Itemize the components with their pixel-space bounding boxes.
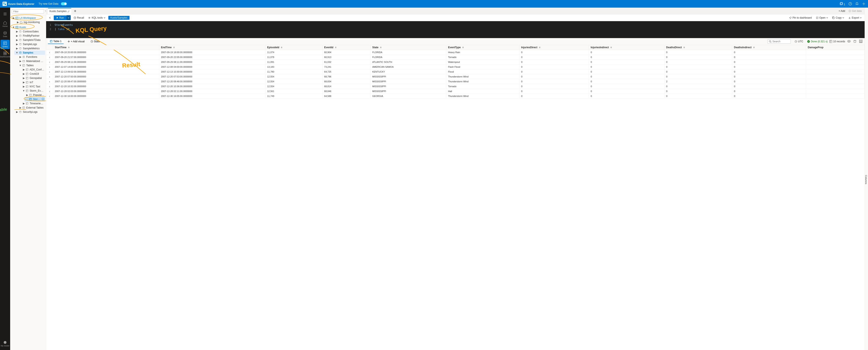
external-tables-item[interactable]: ▶ External Tables: [18, 105, 45, 110]
adx-conferences-item[interactable]: ▶ ADX_Conferences: [21, 67, 45, 72]
row-expand-button[interactable]: ›: [48, 75, 51, 78]
iot-item[interactable]: ▶ IoT: [21, 80, 45, 85]
covid19-item[interactable]: ▶ Covid19: [21, 72, 45, 76]
deathsindirect-header[interactable]: DeathsIndirect ≡: [732, 45, 806, 50]
population-data-item[interactable]: ▶ PopulationData: [25, 93, 45, 97]
table-tab[interactable]: Table 1: [48, 39, 64, 44]
stats-tab[interactable]: Stats: [88, 39, 102, 44]
kusto-samples-tab[interactable]: Kusto.Samples: [48, 8, 71, 14]
try-new-toggle[interactable]: [61, 2, 67, 5]
samplelogs-item[interactable]: ▶ SampleLogs: [14, 42, 45, 46]
tables-children: ▶ ADX_Conferences ▶: [21, 67, 45, 105]
sort-icon[interactable]: [45, 9, 46, 14]
tables-item[interactable]: ▼ Tables: [18, 63, 45, 67]
injuriesindirect-cell: 0: [589, 69, 664, 74]
la-workspace-item[interactable]: ▶ LA Workspace: [11, 16, 45, 20]
samples-item[interactable]: ▼ Samples: [14, 51, 45, 55]
utc-toggle[interactable]: UTC: [793, 39, 805, 44]
geospatial-item[interactable]: ▶ Geospatial: [21, 76, 45, 80]
recall-button[interactable]: Recall: [72, 15, 85, 20]
delete-button[interactable]: [853, 39, 857, 44]
sidebar-item-query[interactable]: Query: [0, 40, 10, 49]
row-expand-button[interactable]: ›: [48, 65, 51, 69]
run-button[interactable]: Run: [54, 15, 66, 20]
row-expand-button[interactable]: ›: [48, 56, 51, 59]
search-input[interactable]: [772, 40, 789, 43]
securitylogs-item[interactable]: ▶ SecurityLogs: [14, 110, 45, 114]
starttime-header[interactable]: StartTime ≡: [53, 45, 159, 50]
row-expand-button[interactable]: ›: [48, 80, 51, 83]
nyc-taxi-item[interactable]: ▶ NYC Taxi: [21, 85, 45, 89]
row-expand-button[interactable]: ›: [48, 51, 51, 54]
storm-events-parent-item[interactable]: ▼ Storm_Events: [21, 89, 45, 93]
row-expand-button[interactable]: ›: [48, 94, 51, 98]
export-button[interactable]: Export: [847, 15, 863, 20]
eventtype-header[interactable]: EventType ≡: [446, 45, 519, 50]
kql-tools-button[interactable]: KQL tools: [87, 15, 106, 20]
kusto-item[interactable]: ▼ Kusto: [11, 25, 45, 29]
damageprop-cell: [806, 89, 865, 94]
row-expand-button[interactable]: ›: [48, 60, 51, 64]
editor-line1: StormEvents: [55, 23, 863, 27]
sidebar-item-data[interactable]: Data: [0, 30, 10, 39]
eventtype-cell: Tornado: [446, 84, 519, 89]
endtime-cell: 2007-12-30 16:05:00.0000000: [159, 94, 265, 99]
row-expand-button[interactable]: ›: [48, 85, 51, 88]
add-button[interactable]: + Add: [837, 9, 846, 13]
add-tab-button[interactable]: [72, 8, 78, 14]
endtime-cell: 2007-12-20 07:53:00.0000000: [159, 74, 265, 79]
copy-button[interactable]: Copy: [831, 15, 845, 20]
sidebar-filter-input[interactable]: [12, 9, 44, 13]
open-button[interactable]: Open: [815, 15, 829, 20]
editor-code[interactable]: StormEvents | take 10: [53, 23, 865, 36]
chevron-down-icon: [104, 17, 105, 19]
injuriesdirect-cell: 0: [519, 65, 589, 69]
timeseries-ml-item[interactable]: ▶ Timeseries_and_ML: [21, 101, 45, 105]
editor-area[interactable]: 1 2 StormEvents | take 10 KQL Query: [46, 21, 865, 38]
damageprop-header[interactable]: DamageProp: [806, 45, 865, 50]
functions-item[interactable]: ▶ Functions: [18, 55, 45, 59]
injuriesindirect-cell: 0: [589, 84, 664, 89]
sidebar-item-home[interactable]: Home: [0, 20, 10, 29]
collapse-button[interactable]: [48, 15, 52, 20]
injuriesdirect-cell: 0: [519, 69, 589, 74]
get-data-button[interactable]: Get data: [847, 9, 863, 13]
tab-bar: Kusto.Samples + Add Get data: [46, 8, 865, 14]
done-icon: [807, 40, 810, 43]
deathsdirect-header[interactable]: DeathsDirect ≡: [664, 45, 732, 50]
injuriesindirect-header[interactable]: InjuriesIndirect ≡: [589, 45, 664, 50]
svg-rect-28: [26, 69, 28, 71]
pin-dashboard-button[interactable]: Pin to dashboard: [788, 15, 813, 20]
columns-panel[interactable]: Columns: [865, 8, 868, 350]
breadcrumb-badge[interactable]: Kusto/Samples: [108, 16, 130, 20]
eye-button[interactable]: [847, 39, 851, 44]
findmypartner-item[interactable]: ▶ FindMyPartner: [14, 34, 45, 38]
damageprop-cell: [806, 50, 865, 55]
state-header[interactable]: State ≡: [371, 45, 446, 50]
episodeid-header[interactable]: EpisodeId ≡: [265, 45, 322, 50]
injuriesdirect-header[interactable]: InjuriesDirect ≡: [519, 45, 589, 50]
log-monitoring-item[interactable]: ▶ log-monitoring: [15, 20, 45, 24]
settings-icon[interactable]: [862, 2, 865, 5]
chevron-right-icon: ▶: [22, 72, 25, 75]
materialized-views-item[interactable]: ▶ Materialized Views: [18, 59, 45, 63]
run-dropdown-button[interactable]: [66, 15, 71, 20]
contoso-sales-item[interactable]: ▶ ContosoSales: [14, 29, 45, 34]
endtime-header[interactable]: EndTime ≡: [159, 45, 265, 50]
my-cluster-item[interactable]: My cluster: [0, 339, 10, 348]
info-icon[interactable]: i: [42, 98, 44, 101]
add-visual-tab[interactable]: + Add visual: [65, 39, 87, 44]
starttime-cell: 2007-12-13 09:02:00.0000000: [53, 69, 159, 74]
sidebar-item-dashboards[interactable]: Dashboards: [0, 50, 10, 59]
help-icon[interactable]: ?: [848, 2, 852, 5]
eventid-header[interactable]: EventId ≡: [322, 45, 371, 50]
sampleiotdata-item[interactable]: ▶ SampleIoTData: [14, 38, 45, 42]
layout-button[interactable]: [859, 39, 863, 44]
row-expand-button[interactable]: ›: [48, 70, 51, 73]
notification-icon[interactable]: [855, 2, 859, 5]
nav-hamburger[interactable]: [0, 9, 10, 19]
samplemetrics-item[interactable]: ▶ SampleMetrics: [14, 46, 45, 51]
row-expand-button[interactable]: ›: [48, 90, 51, 93]
storm-events-item[interactable]: ▶ StormEvents i: [25, 97, 45, 101]
search-box[interactable]: [768, 39, 791, 43]
